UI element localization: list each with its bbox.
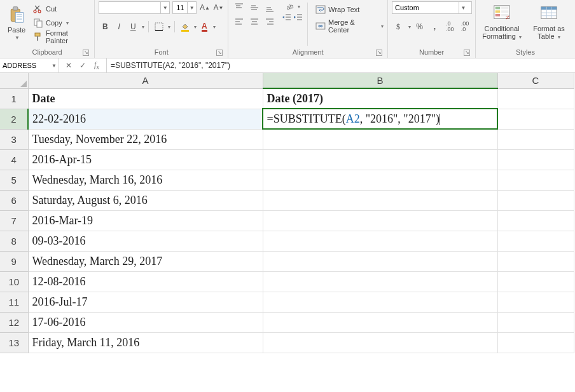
cell[interactable] — [497, 332, 574, 353]
wrap-text-button[interactable]: Wrap Text — [315, 3, 384, 17]
align-top-button[interactable] — [232, 1, 246, 14]
dialog-launcher-icon[interactable]: ↘ — [376, 50, 382, 56]
cell-B1[interactable]: Date (2017) — [263, 88, 497, 109]
font-size-combo[interactable]: ▼ — [172, 1, 197, 14]
column-header-B[interactable]: B — [263, 73, 497, 88]
font-color-button[interactable]: A — [198, 20, 211, 33]
align-center-button[interactable] — [247, 15, 261, 28]
chevron-down-icon[interactable]: ▾ — [408, 24, 411, 30]
increase-indent-button[interactable] — [293, 13, 303, 23]
cell[interactable]: 09-03-2016 — [28, 231, 263, 251]
insert-function-button[interactable]: fx — [92, 60, 101, 71]
dialog-launcher-icon[interactable]: ↘ — [83, 50, 89, 56]
cell[interactable] — [497, 271, 574, 292]
column-header-A[interactable]: A — [28, 73, 263, 88]
cell[interactable]: Tuesday, November 22, 2016 — [28, 129, 263, 149]
comma-format-button[interactable]: , — [429, 20, 441, 33]
row-header[interactable]: 8 — [0, 231, 28, 251]
cell[interactable] — [497, 129, 574, 149]
chevron-down-icon[interactable]: ▼ — [459, 2, 468, 13]
enter-formula-button[interactable]: ✓ — [78, 61, 87, 70]
row-header[interactable]: 6 — [0, 190, 28, 210]
merge-center-button[interactable]: Merge & Center ▾ — [315, 19, 384, 33]
chevron-down-icon[interactable]: ▾ — [194, 24, 197, 30]
cell[interactable] — [263, 251, 497, 271]
align-right-button[interactable] — [263, 15, 277, 28]
chevron-down-icon[interactable]: ▼ — [187, 2, 196, 13]
bold-button[interactable]: B — [99, 20, 111, 33]
row-header[interactable]: 7 — [0, 210, 28, 231]
increase-decimal-button[interactable]: .0.00 — [443, 20, 456, 33]
number-format-input[interactable] — [392, 2, 459, 13]
format-painter-button[interactable]: Format Painter — [32, 30, 90, 43]
name-box[interactable] — [0, 62, 50, 69]
align-bottom-button[interactable] — [263, 1, 277, 14]
cell[interactable] — [263, 312, 497, 332]
decrease-decimal-button[interactable]: .00.0 — [459, 20, 471, 33]
cell[interactable] — [497, 312, 574, 332]
cell-B2[interactable]: =SUBSTITUTE(A2, "2016", "2017") — [263, 109, 497, 129]
cell[interactable]: 17-06-2016 — [28, 312, 263, 332]
row-header[interactable]: 12 — [0, 312, 28, 332]
decrease-indent-button[interactable] — [282, 13, 292, 23]
formula-input[interactable] — [107, 58, 575, 72]
cell[interactable] — [263, 210, 497, 231]
cell-C2[interactable] — [497, 109, 574, 129]
row-header[interactable]: 13 — [0, 332, 28, 353]
align-left-button[interactable] — [232, 15, 246, 28]
dialog-launcher-icon[interactable]: ↘ — [216, 50, 223, 56]
cancel-formula-button[interactable]: ✕ — [64, 61, 73, 70]
italic-button[interactable]: I — [113, 20, 125, 33]
underline-button[interactable]: U — [127, 20, 139, 33]
fill-color-button[interactable] — [179, 20, 191, 33]
align-middle-button[interactable] — [247, 1, 261, 14]
cell[interactable]: Wednesday, March 16, 2016 — [28, 170, 263, 190]
cell[interactable] — [497, 190, 574, 210]
cell[interactable] — [263, 149, 497, 170]
cell[interactable] — [263, 271, 497, 292]
copy-button[interactable]: Copy ▾ — [32, 17, 90, 29]
chevron-down-icon[interactable]: ▾ — [168, 24, 170, 30]
cell-C1[interactable] — [497, 88, 574, 109]
row-header[interactable]: 4 — [0, 149, 28, 170]
cell[interactable]: Wednesday, March 29, 2017 — [28, 251, 263, 271]
cell[interactable] — [263, 170, 497, 190]
conditional-formatting-button[interactable]: ≠ Conditional Formatting ▾ — [480, 1, 524, 43]
row-header[interactable]: 9 — [0, 251, 28, 271]
cell[interactable]: Friday, March 11, 2016 — [28, 332, 263, 353]
grow-font-button[interactable]: A▲ — [199, 1, 211, 14]
row-header[interactable]: 11 — [0, 292, 28, 312]
cell[interactable]: Saturday, August 6, 2016 — [28, 190, 263, 210]
format-as-table-button[interactable]: Format as Table ▾ — [527, 1, 571, 43]
row-header[interactable]: 10 — [0, 271, 28, 292]
paste-button[interactable]: Paste ▼ — [4, 1, 29, 43]
cell[interactable]: 12-08-2016 — [28, 271, 263, 292]
cell[interactable] — [263, 190, 497, 210]
font-name-combo[interactable]: ▼ — [99, 1, 170, 14]
row-header[interactable]: 1 — [0, 88, 28, 109]
cell-A2[interactable]: 22-02-2016 — [28, 109, 263, 129]
number-format-combo[interactable]: ▼ — [392, 1, 472, 14]
cell[interactable] — [497, 251, 574, 271]
cell[interactable]: 2016-Apr-15 — [28, 149, 263, 170]
accounting-format-button[interactable]: $ — [392, 20, 405, 33]
shrink-font-button[interactable]: A▼ — [213, 1, 225, 14]
cell[interactable] — [263, 292, 497, 312]
row-header[interactable]: 2 — [0, 109, 28, 129]
cell[interactable] — [263, 231, 497, 251]
orientation-button[interactable]: ab▾ — [282, 1, 303, 11]
cell[interactable] — [263, 129, 497, 149]
column-header-C[interactable]: C — [497, 73, 574, 88]
cell[interactable] — [497, 149, 574, 170]
cell[interactable]: 2016-Jul-17 — [28, 292, 263, 312]
percent-format-button[interactable]: % — [413, 20, 426, 33]
cell[interactable] — [497, 210, 574, 231]
chevron-down-icon[interactable]: ▼ — [160, 2, 169, 13]
row-header[interactable]: 5 — [0, 170, 28, 190]
grid[interactable]: A B C 1 Date Date (2017) 2 22-02-2016 =S… — [0, 73, 574, 353]
cell[interactable]: 2016-Mar-19 — [28, 210, 263, 231]
chevron-down-icon[interactable]: ▼ — [50, 63, 59, 69]
cut-button[interactable]: Cut — [32, 3, 90, 15]
border-button[interactable] — [153, 20, 165, 33]
cell-A1[interactable]: Date — [28, 88, 263, 109]
